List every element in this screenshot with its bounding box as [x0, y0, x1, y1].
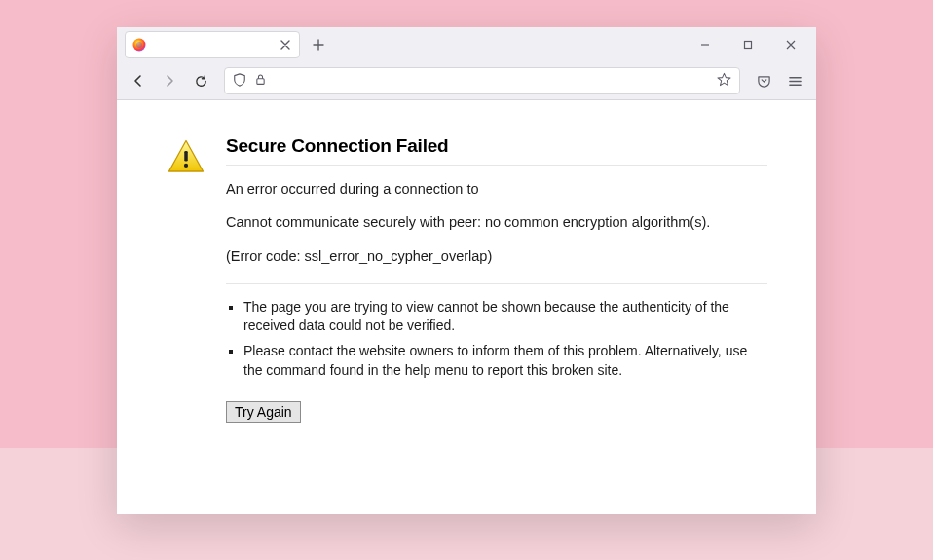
window-minimize-button[interactable] [684, 30, 727, 59]
firefox-logo-icon [131, 37, 147, 53]
toolbar [117, 62, 816, 100]
try-again-button[interactable]: Try Again [226, 401, 301, 423]
warning-triangle-icon [166, 137, 206, 178]
stage-background: Secure Connection Failed An error occurr… [0, 0, 933, 560]
svg-rect-2 [745, 42, 752, 49]
shield-icon [233, 73, 246, 90]
error-line-2: Cannot communicate securely with peer: n… [226, 212, 767, 232]
url-bar[interactable] [224, 67, 740, 94]
nav-reload-button[interactable] [187, 67, 214, 94]
error-code: (Error code: ssl_error_no_cypher_overlap… [226, 246, 767, 284]
app-menu-button[interactable] [781, 67, 808, 94]
window-close-button[interactable] [769, 30, 812, 59]
save-to-pocket-button[interactable] [750, 67, 777, 94]
error-title: Secure Connection Failed [226, 135, 767, 166]
svg-rect-3 [257, 79, 264, 85]
lock-icon [254, 73, 267, 89]
nav-back-button[interactable] [125, 67, 152, 94]
page-content: Secure Connection Failed An error occurr… [117, 100, 816, 514]
svg-rect-4 [184, 151, 188, 162]
error-bullet-2: Please contact the website owners to inf… [243, 342, 767, 380]
error-line-1: An error occurred during a connection to [226, 179, 767, 199]
titlebar [117, 27, 816, 62]
browser-tab[interactable] [125, 31, 300, 58]
new-tab-button[interactable] [306, 32, 331, 57]
error-bullet-1: The page you are trying to view cannot b… [243, 298, 767, 336]
svg-point-1 [136, 42, 142, 48]
url-input[interactable] [275, 73, 709, 90]
nav-forward-button[interactable] [156, 67, 183, 94]
tab-close-icon[interactable] [278, 37, 293, 53]
window-maximize-button[interactable] [727, 30, 769, 59]
error-bullets: The page you are trying to view cannot b… [226, 298, 767, 380]
browser-window: Secure Connection Failed An error occurr… [117, 27, 816, 514]
bookmark-star-icon[interactable] [717, 72, 731, 90]
svg-point-5 [184, 164, 188, 168]
